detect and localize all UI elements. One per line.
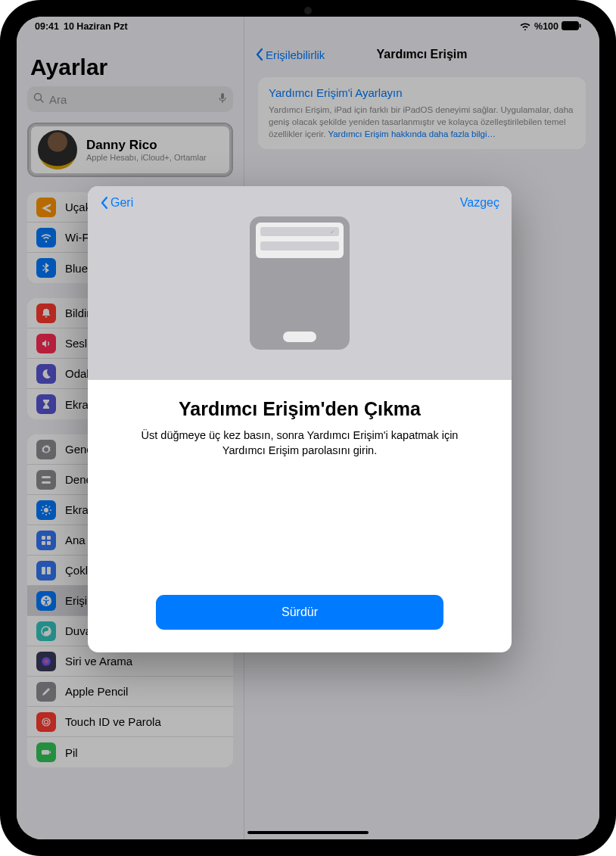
screen: 09:41 10 Haziran Pzt %100 Ayarlar <box>17 17 599 839</box>
modal-cancel-button[interactable]: Vazgeç <box>460 196 499 210</box>
assistive-access-modal: Geri Vazgeç ✓ Yardımcı Erişim'den Çıkma … <box>88 186 512 652</box>
ipad-frame: 09:41 10 Haziran Pzt %100 Ayarlar <box>0 0 616 856</box>
modal-description: Üst düğmeye üç kez basın, sonra Yardımcı… <box>118 428 481 459</box>
continue-button[interactable]: Sürdür <box>156 595 443 630</box>
modal-title: Yardımcı Erişim'den Çıkma <box>118 398 481 420</box>
front-camera <box>304 7 312 14</box>
modal-back-label: Geri <box>110 196 133 210</box>
device-illustration: ✓ <box>250 216 350 350</box>
modal-back-button[interactable]: Geri <box>100 196 133 210</box>
home-indicator[interactable] <box>247 831 369 835</box>
modal-hero: Geri Vazgeç ✓ <box>88 186 512 380</box>
